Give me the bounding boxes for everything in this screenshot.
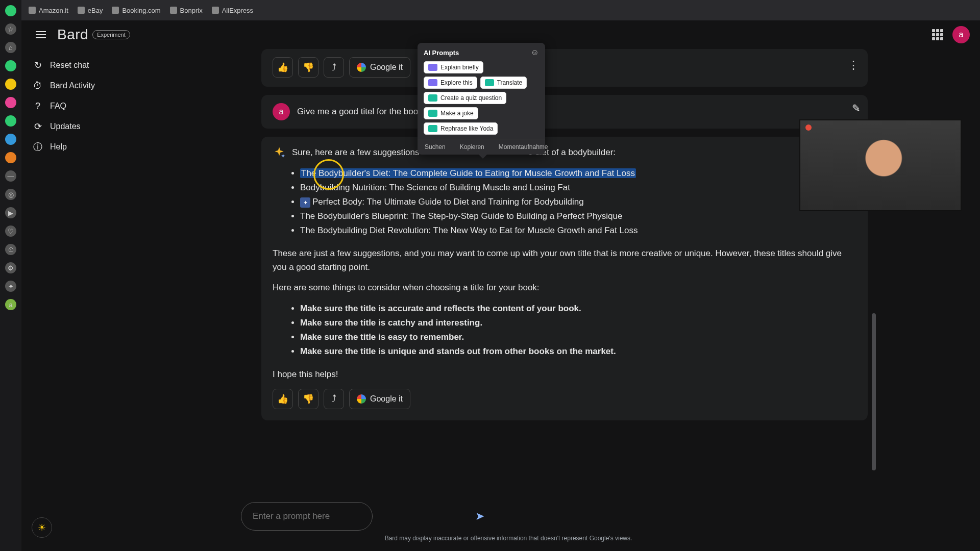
- share-button[interactable]: ⤴: [324, 389, 344, 409]
- list-item: Make sure the title is catchy and intere…: [300, 316, 856, 330]
- hamburger-menu-icon[interactable]: [32, 26, 50, 44]
- rail-icon[interactable]: [5, 79, 16, 90]
- favicon: [78, 7, 85, 14]
- favicon: [29, 7, 36, 14]
- rail-icon[interactable]: [5, 134, 16, 145]
- rail-icon[interactable]: ▶: [5, 207, 16, 218]
- popover-action-snapshot[interactable]: Momentaufnahme: [492, 139, 555, 155]
- popover-action-copy[interactable]: Kopieren: [453, 139, 492, 155]
- bard-sparkle-icon: [273, 146, 286, 159]
- bookmark[interactable]: Amazon.it: [29, 7, 68, 14]
- assistant-intro: Sure, here are a few suggestions e diet …: [273, 146, 856, 159]
- more-menu-button[interactable]: ⋮: [844, 56, 863, 74]
- rail-icon[interactable]: ⏲: [5, 244, 16, 255]
- emoji-icon[interactable]: ☺: [531, 48, 539, 57]
- sidebar-item-help[interactable]: ⓘHelp: [27, 137, 144, 157]
- translate-badge-icon[interactable]: ✦: [300, 197, 310, 208]
- sidebar-item-label: Reset chat: [50, 61, 89, 70]
- thumbs-up-button[interactable]: 👍: [273, 389, 293, 409]
- prompt-chip-quiz[interactable]: Create a quiz question: [424, 92, 506, 104]
- sidebar: ↻Reset chat ⏱Bard Activity ?FAQ ⟳Updates…: [21, 49, 149, 551]
- selected-text[interactable]: The Bodybuilder's Diet: The Complete Gui…: [300, 168, 636, 178]
- thumbs-down-button[interactable]: 👎: [298, 57, 318, 78]
- bookmark[interactable]: AliExpress: [212, 7, 253, 14]
- rail-icon[interactable]: ⌂: [5, 42, 16, 53]
- brand-title: Bard: [57, 27, 88, 43]
- google-icon: [357, 63, 366, 72]
- webcam-overlay[interactable]: [799, 119, 962, 211]
- rail-icon[interactable]: [5, 60, 16, 71]
- scrollbar-thumb[interactable]: [872, 313, 876, 470]
- disclaimer-text: Bard may display inaccurate or offensive…: [149, 535, 868, 542]
- prompt-chip-explain[interactable]: Explain briefly: [424, 61, 483, 73]
- favicon: [212, 7, 219, 14]
- rail-icon[interactable]: [5, 152, 16, 163]
- prompt-chip-explore[interactable]: Explore this: [424, 77, 477, 89]
- popover-action-search[interactable]: Suchen: [418, 139, 453, 155]
- sidebar-item-activity[interactable]: ⏱Bard Activity: [27, 76, 144, 96]
- rail-icon[interactable]: [5, 5, 16, 16]
- theme-toggle-button[interactable]: ☀: [32, 517, 52, 538]
- bookmark[interactable]: eBay: [78, 7, 103, 14]
- list-item: The Bodybuilder's Diet: The Complete Gui…: [300, 166, 856, 181]
- bookmark[interactable]: Booking.com: [112, 7, 160, 14]
- sidebar-item-faq[interactable]: ?FAQ: [27, 96, 144, 116]
- chip-icon: [428, 94, 437, 102]
- user-avatar: a: [273, 103, 290, 120]
- sidebar-item-updates[interactable]: ⟳Updates: [27, 116, 144, 137]
- google-it-button[interactable]: Google it: [349, 389, 410, 409]
- composer-area: ➤ Bard may display inaccurate or offensi…: [149, 502, 868, 542]
- rail-icon[interactable]: [5, 97, 16, 108]
- bookmark[interactable]: Bonprix: [170, 7, 203, 14]
- rail-icon[interactable]: a: [5, 299, 16, 310]
- list-item: Make sure the title is unique and stands…: [300, 344, 856, 359]
- help-icon: ⓘ: [33, 142, 43, 152]
- list-item: Make sure the title is easy to remember.: [300, 330, 856, 344]
- chip-icon: [485, 79, 494, 86]
- list-item: The Bodybuilding Diet Revolution: The Ne…: [300, 223, 856, 238]
- popover-title: AI Prompts: [424, 49, 459, 57]
- faq-icon: ?: [33, 101, 43, 111]
- user-message-text: Give me a good titel for the boo: [297, 107, 418, 117]
- list-item: Make sure the title is accurate and refl…: [300, 302, 856, 316]
- edit-prompt-button[interactable]: ✎: [852, 102, 861, 114]
- webcam-feed: [800, 120, 961, 210]
- prompt-chip-joke[interactable]: Make a joke: [424, 107, 478, 119]
- prompt-chip-yoda[interactable]: Rephrase like Yoda: [424, 122, 498, 135]
- chip-icon: [428, 125, 437, 132]
- response-toolbar: 👍 👎 ⤴ Google it: [273, 57, 856, 78]
- chip-icon: [428, 79, 437, 86]
- sidebar-item-label: Bard Activity: [50, 81, 95, 90]
- rail-icon[interactable]: ♡: [5, 226, 16, 237]
- avatar[interactable]: a: [952, 26, 970, 43]
- title-suggestions-list: The Bodybuilder's Diet: The Complete Gui…: [300, 166, 856, 238]
- rail-icon[interactable]: ◎: [5, 189, 16, 200]
- sidebar-item-reset-chat[interactable]: ↻Reset chat: [27, 55, 144, 76]
- assistant-response-card: View oth ⋮ Sure, here are a few suggesti…: [261, 137, 868, 420]
- rail-icon[interactable]: [5, 115, 16, 127]
- favicon: [112, 7, 119, 14]
- prompt-chip-translate[interactable]: Translate: [480, 77, 527, 89]
- google-it-button[interactable]: Google it: [349, 57, 410, 78]
- send-button[interactable]: ➤: [470, 506, 490, 527]
- rail-icon[interactable]: ☆: [5, 23, 16, 35]
- rail-icon[interactable]: —: [5, 170, 16, 182]
- thumbs-down-button[interactable]: 👎: [298, 389, 318, 409]
- prompt-input[interactable]: [253, 511, 361, 521]
- tips-list: Make sure the title is accurate and refl…: [300, 302, 856, 359]
- response-toolbar: 👍 👎 ⤴ Google it: [273, 389, 856, 409]
- sidebar-item-label: FAQ: [50, 102, 66, 111]
- extension-rail: ☆ ⌂ — ◎ ▶ ♡ ⏲ ⚙ ✦ a: [0, 0, 21, 551]
- prev-response-toolbar-card: 👍 👎 ⤴ Google it ⋮: [261, 49, 868, 87]
- sidebar-item-label: Updates: [50, 122, 81, 131]
- conversation: 👍 👎 ⤴ Google it ⋮ a Give me a good titel…: [149, 49, 980, 420]
- google-apps-icon[interactable]: [932, 29, 943, 40]
- prompt-composer[interactable]: [241, 502, 373, 531]
- ai-prompts-popover: AI Prompts ☺ Explain briefly Explore thi…: [418, 43, 545, 155]
- sun-icon: ☀: [38, 522, 46, 533]
- rail-icon[interactable]: ✦: [5, 281, 16, 292]
- activity-icon: ⏱: [33, 81, 43, 91]
- thumbs-up-button[interactable]: 👍: [273, 57, 293, 78]
- share-button[interactable]: ⤴: [324, 57, 344, 78]
- rail-icon[interactable]: ⚙: [5, 262, 16, 273]
